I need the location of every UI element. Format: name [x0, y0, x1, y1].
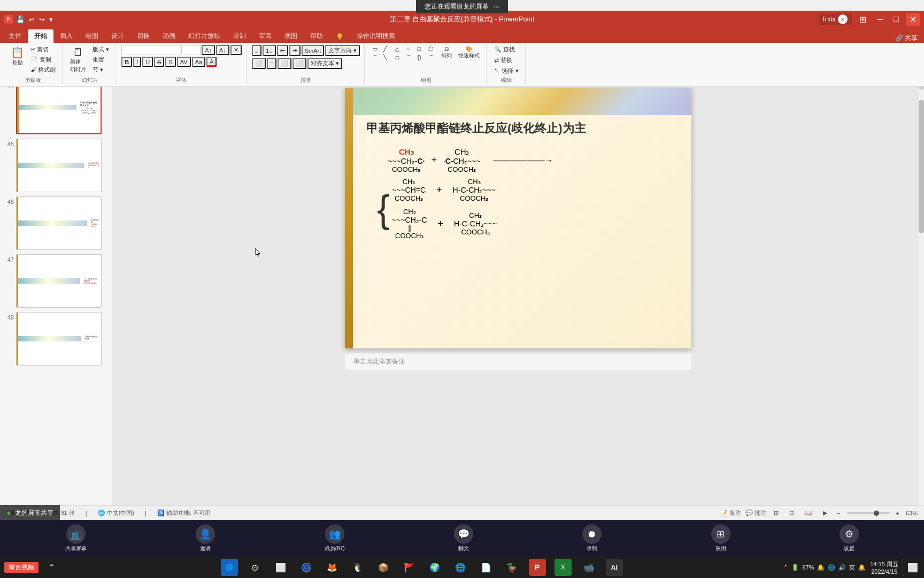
notes-bar[interactable]: 单击此处添加备注 [345, 353, 691, 370]
strikethrough-btn[interactable]: S [154, 57, 164, 67]
normal-view-btn[interactable]: ⊞ [771, 508, 782, 518]
spacing-btn[interactable]: AV [177, 57, 191, 67]
taskbar-penguin[interactable]: 🐧 [349, 559, 366, 576]
tab-file[interactable]: 文件 [2, 29, 28, 43]
arrange-btn[interactable]: ⊟ 排列 [439, 45, 454, 60]
clear-format-btn[interactable]: ✕ [230, 45, 242, 55]
user-close[interactable]: ✕ [838, 14, 848, 24]
taskbar-duck[interactable]: 🦆 [503, 559, 520, 576]
numbering-btn[interactable]: 1≡ [263, 45, 276, 56]
meeting-share-screen[interactable]: 📺 共享屏幕 [65, 524, 87, 552]
meeting-settings[interactable]: ⚙ 设置 [840, 524, 859, 552]
align-right-btn[interactable]: ⬜ [278, 58, 291, 69]
taskbar-excel[interactable]: X [555, 559, 572, 576]
show-desktop-btn[interactable]: ⬜ [903, 559, 920, 576]
save-icon[interactable]: 💾 [15, 16, 26, 24]
redo-icon[interactable]: ↪ [38, 16, 46, 24]
zoom-level[interactable]: 63% [906, 510, 918, 516]
slideshow-view-btn[interactable]: ▶ [820, 508, 830, 518]
section-btn[interactable]: 节 ▾ [90, 65, 111, 74]
font-size-input[interactable] [181, 45, 201, 55]
tab-design[interactable]: 设计 [105, 29, 130, 43]
taskbar-ai[interactable]: Ai [606, 559, 623, 576]
slide-canvas[interactable]: 甲基丙烯酸甲酯链终止反应(歧化终止)为主 CH₃ ~~~CH₂-C· COOCH… [345, 88, 691, 348]
slide-46[interactable]: 46 4.链终止反应• 双基终止kt=ki+kc... [2, 195, 110, 251]
shape-8[interactable]: ╲ [381, 54, 392, 63]
cut-btn[interactable]: ✂ 剪切 [28, 45, 58, 54]
video-meeting-badge[interactable]: 前台视频 [4, 562, 38, 573]
tray-lang[interactable]: 英 [849, 564, 855, 572]
comments-status-btn[interactable]: 💬 批注 [745, 509, 766, 517]
zoom-plus-btn[interactable]: + [896, 510, 899, 516]
bullets-btn[interactable]: ≡ [252, 45, 261, 56]
tab-help[interactable]: 帮助 [304, 29, 329, 43]
smartart-btn[interactable]: SmArt [302, 45, 325, 56]
shape-10[interactable]: ⌒ [404, 54, 414, 63]
reset-btn[interactable]: 重置 [90, 55, 111, 64]
align-left-btn[interactable]: ⬜ [252, 58, 266, 69]
decrease-indent-btn[interactable]: ⇤ [277, 45, 288, 56]
time-tray[interactable]: 14:15 周五 2022/4/15 [870, 560, 898, 575]
tray-bell[interactable]: 🔔 [817, 564, 825, 571]
tab-draw[interactable]: 绘图 [79, 29, 105, 43]
taskbar-flower[interactable]: 🌀 [298, 559, 315, 576]
increase-indent-btn[interactable]: ⇥ [289, 45, 301, 56]
undo-icon[interactable]: ↩ [28, 16, 36, 24]
font-name-input[interactable] [121, 45, 180, 55]
sorter-view-btn[interactable]: ⊟ [786, 508, 797, 518]
taskbar-firefox[interactable]: 🦊 [324, 559, 341, 576]
zoom-minus-btn[interactable]: − [837, 510, 840, 516]
tray-notification[interactable]: 🔔 [858, 564, 866, 571]
meeting-record[interactable]: ⏺ 录制 [582, 524, 602, 552]
grid-view-btn[interactable]: ⊞ [856, 14, 869, 25]
tray-sound[interactable]: 🔊 [838, 564, 846, 571]
underline-btn[interactable]: U [142, 57, 153, 67]
taskbar-file[interactable]: 📄 [478, 559, 495, 576]
find-btn[interactable]: 🔍 查找 [492, 45, 517, 54]
maximize-btn[interactable]: □ [890, 14, 902, 24]
tab-record[interactable]: 录制 [227, 29, 252, 43]
align-text-btn[interactable]: 对齐文本 ▾ [307, 58, 342, 69]
minimize-btn[interactable]: ─ [874, 14, 886, 24]
shape-4[interactable]: ○ [404, 45, 414, 53]
slide-44[interactable]: 44 甲基丙烯酸甲酯链终止反应 CH₃ CH₃~~~CH₂-Ċ ·C-CH₂~~… [2, 80, 110, 135]
taskbar-circle[interactable]: ⊙ [247, 559, 264, 576]
tab-insert[interactable]: 插入 [53, 29, 79, 43]
taskbar-powerpoint[interactable]: P [529, 559, 546, 576]
text-direction-btn[interactable]: 文字方向 ▾ [325, 45, 360, 56]
taskbar-meeting[interactable]: 📹 [580, 559, 597, 576]
shape-12[interactable]: ⌒ [426, 54, 437, 63]
shape-3[interactable]: △ [392, 45, 403, 53]
increase-font-btn[interactable]: A↑ [202, 45, 215, 55]
select-btn[interactable]: ↖ 选择 ▾ [492, 66, 520, 75]
tab-lightbulb[interactable]: 💡 [329, 31, 350, 43]
tab-view[interactable]: 视图 [278, 29, 304, 43]
taskbar-globe[interactable]: 🌍 [426, 559, 443, 576]
meeting-apps[interactable]: ⊞ 应用 [711, 524, 730, 552]
tab-animation[interactable]: 动画 [156, 29, 182, 43]
meeting-invite[interactable]: 👤 邀请 [196, 524, 215, 552]
replace-btn[interactable]: ⇄ 替换 [492, 56, 514, 65]
customize-icon[interactable]: ▾ [48, 16, 54, 24]
case-btn[interactable]: Aa [192, 57, 205, 67]
tab-slideshow[interactable]: 幻灯片放映 [182, 29, 227, 43]
tab-home[interactable]: 开始 [28, 29, 53, 43]
language-indicator[interactable]: 🌐 中文(中国) [98, 509, 134, 517]
taskbar-box[interactable]: 📦 [375, 559, 392, 576]
tray-network[interactable]: 🌐 [828, 564, 835, 571]
layout-btn[interactable]: 版式 ▾ [90, 45, 111, 54]
slide-47[interactable]: 47 2.3.4 自由基等元应用的举例苯乙烯自由基聚合... [2, 253, 110, 309]
shape-7[interactable]: ⌒ [370, 54, 381, 63]
tab-transition[interactable]: 切换 [130, 29, 156, 43]
quick-styles-btn[interactable]: 🎨 快速样式 [456, 45, 482, 60]
taskbar-browser[interactable]: 🌐 [221, 559, 238, 576]
taskbar-edge[interactable]: 🌐 [452, 559, 469, 576]
shape-6[interactable]: ⬡ [426, 45, 437, 53]
shape-11[interactable]: {} [415, 54, 426, 63]
taskbar-flag[interactable]: 🚩 [401, 559, 418, 576]
bold-btn[interactable]: B [121, 57, 132, 67]
decrease-font-btn[interactable]: A↓ [216, 45, 229, 55]
italic-btn[interactable]: I [133, 57, 141, 67]
shape-5[interactable]: □ [415, 45, 426, 53]
justify-btn[interactable]: ⬜ [292, 58, 306, 69]
